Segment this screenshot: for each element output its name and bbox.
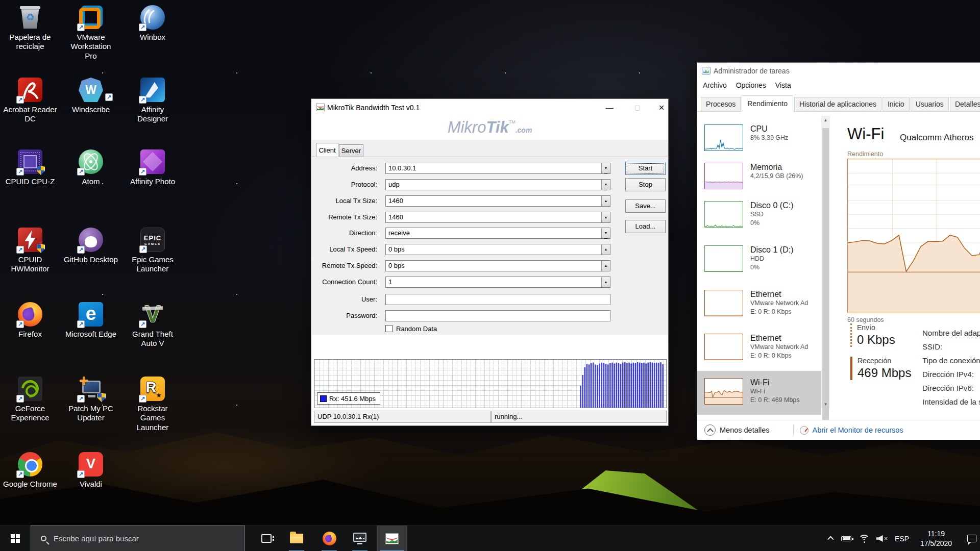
password-field[interactable] <box>385 310 610 321</box>
scroll-down-icon[interactable]: ▼ <box>821 400 830 409</box>
desktop-icon-vmware[interactable]: ↗ VMware Workstation Pro <box>63 5 119 61</box>
desktop-icon-rockstar[interactable]: R★ ↗ Rockstar Games Launcher <box>125 377 181 432</box>
maximize-button[interactable]: ▢ <box>629 103 646 113</box>
bandwidth-test-window: MikroTik Bandwidth Test v0.1 — ▢ × Mikro… <box>311 98 669 426</box>
menu-opciones[interactable]: Opciones <box>731 80 771 92</box>
user-field[interactable] <box>385 294 610 305</box>
taskbar-taskmanager-button[interactable] <box>348 525 372 551</box>
local-tx-speed-field[interactable]: 0 bps▲ <box>385 244 610 255</box>
desktop-icon-firefox[interactable]: ↗ Firefox <box>2 302 58 339</box>
protocol-field[interactable]: udp▼ <box>385 179 610 190</box>
taskbar: Escribe aquí para buscar × ESP 11:19 17/… <box>0 525 980 551</box>
desktop-icon-github-desktop[interactable]: ↗ GitHub Desktop <box>63 228 119 264</box>
tab-detalles[interactable]: Detalles <box>950 97 980 111</box>
start-button[interactable]: Start <box>625 162 666 175</box>
desktop-icon-windscribe[interactable]: W ↗ Windscribe <box>63 78 119 114</box>
cpu-mini-chart <box>704 124 743 151</box>
desktop-icon-winbox[interactable]: ↗ Winbox <box>125 5 181 42</box>
taskbar-btest-button[interactable] <box>377 525 407 551</box>
address-field[interactable]: 10.0.30.1▼ <box>385 163 610 174</box>
atom-icon: ↗ <box>79 149 103 174</box>
taskmgr-window-title: Administrador de tareas <box>714 67 790 75</box>
stop-button[interactable]: Stop <box>625 178 666 191</box>
wifi-performance-chart <box>847 159 980 313</box>
sidebar-item-memoria[interactable]: Memoria 4,2/15,9 GB (26%) <box>697 163 821 193</box>
taskmgr-app-icon <box>702 67 710 74</box>
clock: 11:19 17/5/2020 <box>920 529 952 547</box>
epic-games-icon: EPICGAMES ↗ <box>140 228 165 252</box>
sidebar-item-cpu[interactable]: CPU 8% 3,39 GHz <box>697 124 821 155</box>
remote-tx-size-field[interactable]: 1460▲ <box>385 212 610 223</box>
desktop-icon-recycle-bin[interactable]: ♻ Papelera de reciclaje <box>2 5 58 52</box>
geforce-icon: ↗ <box>18 377 42 401</box>
desktop-icon-epic-games[interactable]: EPICGAMES ↗ Epic Games Launcher <box>125 228 181 274</box>
btest-titlebar[interactable]: MikroTik Bandwidth Test v0.1 — ▢ × <box>311 99 668 116</box>
taskbar-explorer-button[interactable] <box>284 525 309 551</box>
tray-network[interactable] <box>855 525 873 551</box>
desktop-icon-edge[interactable]: e↗ Microsoft Edge <box>63 302 119 339</box>
local-tx-size-field[interactable]: 1460▲ <box>385 195 610 207</box>
scrollbar-thumb[interactable] <box>822 128 829 434</box>
search-box[interactable]: Escribe aquí para buscar <box>31 525 245 551</box>
desktop-icon-cpuz[interactable]: ↗ CPUID CPU-Z <box>2 149 58 186</box>
load-button[interactable]: Load... <box>625 220 666 233</box>
sidebar-item-wifi[interactable]: Wi-Fi Wi-Fi E: 0 R: 469 Mbps <box>697 378 821 415</box>
desktop-icon-patchmypc[interactable]: ↗ Patch My PC Updater <box>63 377 119 423</box>
wifi-icon <box>859 535 870 543</box>
minimize-button[interactable]: — <box>601 103 618 113</box>
random-data-checkbox[interactable] <box>385 325 393 332</box>
battery-icon <box>841 536 851 541</box>
gtav-icon: V↗ <box>140 302 165 327</box>
tray-show-hidden-icons[interactable] <box>821 525 837 551</box>
less-details-button[interactable]: Menos detalles <box>720 426 770 434</box>
taskmgr-menubar: Archivo Opciones Vista <box>698 80 796 92</box>
desktop-icon-affinity-designer[interactable]: ↗ Affinity Designer <box>125 78 181 124</box>
menu-archivo[interactable]: Archivo <box>698 80 731 92</box>
action-center-button[interactable] <box>964 525 980 551</box>
close-button[interactable]: × <box>653 103 670 113</box>
save-button[interactable]: Save... <box>625 199 666 213</box>
collapse-icon[interactable] <box>704 424 716 436</box>
desktop-icon-vivaldi[interactable]: V↗ Vivaldi <box>63 452 119 489</box>
tray-language[interactable]: ESP <box>891 525 913 551</box>
tab-rendimiento[interactable]: Rendimiento <box>742 95 793 112</box>
tray-battery[interactable] <box>837 525 855 551</box>
tab-inicio[interactable]: Inicio <box>883 97 910 111</box>
direction-field[interactable]: receive▼ <box>385 228 610 239</box>
tray-clock[interactable]: 11:19 17/5/2020 <box>913 525 960 551</box>
start-button[interactable] <box>0 525 31 551</box>
tab-usuarios[interactable]: Usuarios <box>911 97 949 111</box>
desktop-icon-geforce[interactable]: ↗ GeForce Experience <box>2 377 58 423</box>
desktop-icon-hwmonitor[interactable]: ↗ CPUID HWMonitor <box>2 228 58 274</box>
tab-procesos[interactable]: Procesos <box>701 97 741 111</box>
desktop-icon-chrome[interactable]: ↗ Google Chrome <box>2 452 58 489</box>
sidebar-item-ethernet2[interactable]: Ethernet VMware Network Ad E: 0 R: 0 Kbp… <box>697 334 821 370</box>
desktop-icon-affinity-photo[interactable]: ↗ Affinity Photo <box>125 149 181 186</box>
affinity-photo-icon: ↗ <box>140 149 165 174</box>
task-view-button[interactable] <box>254 525 279 551</box>
sidebar-item-ethernet1[interactable]: Ethernet VMware Network Ad E: 0 R: 0 Kbp… <box>697 290 821 327</box>
tab-client[interactable]: Client <box>316 143 338 157</box>
tab-historial[interactable]: Historial de aplicaciones <box>794 97 881 111</box>
desktop-icon-gtav[interactable]: V↗ Grand Theft Auto V <box>125 302 181 348</box>
scroll-up-icon[interactable]: ▲ <box>821 116 830 124</box>
desktop-icon-acrobat[interactable]: ↗ Acrobat Reader DC <box>2 78 58 124</box>
open-resource-monitor-link[interactable]: Abrir el Monitor de recursos <box>813 426 903 434</box>
uac-shield-icon <box>37 166 45 175</box>
menu-vista[interactable]: Vista <box>771 80 796 92</box>
spinner-icon: ▲ <box>601 196 610 206</box>
clock-date: 17/5/2020 <box>920 539 952 548</box>
remote-tx-speed-field[interactable]: 0 bps▲ <box>385 260 610 271</box>
tray-volume[interactable]: × <box>873 525 891 551</box>
sidebar-item-disco1[interactable]: Disco 1 (D:) HDD 0% <box>697 245 821 282</box>
patchmypc-icon: ↗ <box>79 377 103 401</box>
desktop-icon-atom[interactable]: ↗ Atom <box>63 149 119 186</box>
connection-count-field[interactable]: 1▲ <box>385 277 610 288</box>
sidebar-scrollbar[interactable]: ▲ ▼ <box>821 116 830 409</box>
taskmgr-titlebar[interactable]: Administrador de tareas <box>697 63 980 79</box>
wifi-mini-chart <box>704 378 743 405</box>
tab-server[interactable]: Server <box>339 144 363 157</box>
cpuz-icon: ↗ <box>18 149 42 174</box>
taskbar-firefox-button[interactable] <box>317 525 341 551</box>
sidebar-item-disco0[interactable]: Disco 0 (C:) SSD 0% <box>697 201 821 238</box>
